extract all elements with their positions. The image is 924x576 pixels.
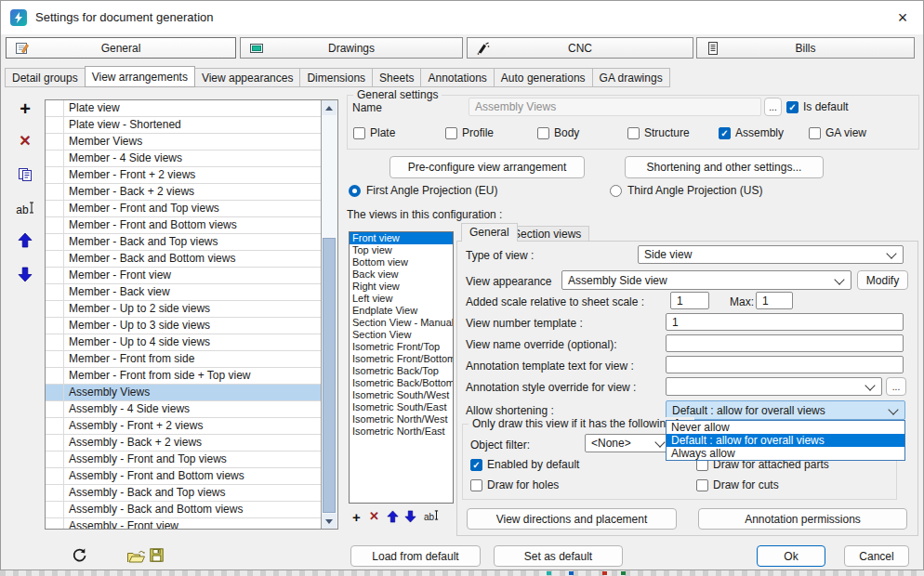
delete-view-icon[interactable]: ✕ — [369, 510, 379, 522]
arrangement-row[interactable]: Assembly Views — [46, 385, 321, 401]
row-selector-cell[interactable] — [46, 251, 64, 267]
row-selector-cell[interactable] — [46, 100, 64, 116]
arrangement-row[interactable]: Member - Front and Top views — [46, 201, 321, 217]
move-up-icon[interactable] — [14, 232, 36, 250]
row-selector-cell[interactable] — [46, 334, 64, 350]
open-file-icon[interactable] — [126, 549, 146, 567]
arrangement-row[interactable]: Assembly - Front view — [46, 518, 321, 529]
preconfigure-button[interactable]: Pre-configure view arrangement — [389, 156, 585, 178]
row-selector-cell[interactable] — [46, 368, 64, 384]
annotation-permissions-button[interactable]: Annotation permissions — [698, 508, 907, 530]
type-checkbox[interactable]: ✓ Body — [537, 126, 579, 139]
view-appearance-select[interactable]: Assembly Side view — [561, 270, 851, 290]
max-scale-input[interactable]: 1 — [756, 292, 793, 309]
arrangement-row[interactable]: Member - Front view — [46, 268, 321, 284]
row-selector-cell[interactable] — [46, 151, 64, 166]
row-selector-cell[interactable] — [46, 401, 64, 417]
view-item[interactable]: Section View - Manual — [350, 317, 453, 329]
projection-radio[interactable]: First Angle Projection (EU) — [349, 184, 497, 197]
projection-radio[interactable]: Third Angle Projection (US) — [610, 184, 762, 197]
view-name-override-input[interactable] — [666, 334, 904, 352]
arrangement-row[interactable]: Member - Front from side — [46, 351, 321, 368]
arrangement-row[interactable]: Member - Back view — [46, 284, 321, 301]
arrangement-row[interactable]: Member - Back + 2 views — [46, 184, 321, 201]
arrangement-row[interactable]: Assembly - 4 Side views — [46, 401, 321, 418]
view-item[interactable]: Top view — [350, 244, 453, 256]
view-item[interactable]: Isometric South/West — [350, 389, 453, 401]
annotation-style-select[interactable] — [666, 377, 882, 396]
scrollbar-thumb[interactable] — [323, 238, 336, 513]
tab-drawings[interactable]: Drawings — [240, 37, 463, 59]
load-from-default-button[interactable]: Load from default — [350, 545, 481, 567]
filter-checkbox[interactable]: ✓ Draw for cuts — [696, 478, 829, 491]
view-item[interactable]: Isometric Back/Top — [350, 365, 453, 377]
dropdown-option[interactable]: Always allow — [667, 447, 904, 460]
tab-cnc[interactable]: CNC — [467, 37, 693, 59]
view-down-icon[interactable] — [404, 510, 416, 525]
view-number-input[interactable]: 1 — [666, 313, 904, 331]
row-selector-cell[interactable] — [46, 167, 64, 183]
sub-tab[interactable]: View arrangements — [85, 66, 195, 87]
added-scale-input[interactable]: 1 — [670, 292, 709, 309]
list-scrollbar[interactable] — [321, 100, 337, 529]
row-selector-cell[interactable] — [46, 268, 64, 283]
ok-button[interactable]: Ok — [757, 545, 825, 567]
filter-checkbox[interactable]: ✓ Draw for holes — [470, 478, 696, 491]
save-file-icon[interactable] — [150, 548, 164, 565]
arrangement-row[interactable]: Plate view — [46, 100, 321, 117]
delete-arrangement-icon[interactable]: ✕ — [14, 134, 36, 149]
sub-tab[interactable]: View appearances — [195, 68, 301, 87]
sub-tab[interactable]: Dimensions — [300, 68, 373, 87]
add-arrangement-icon[interactable]: + — [14, 99, 36, 118]
arrangement-row[interactable]: Member - Back and Bottom views — [46, 251, 321, 268]
type-of-view-select[interactable]: Side view — [638, 245, 904, 264]
type-checkbox[interactable]: ✓ GA view — [809, 126, 866, 139]
view-item[interactable]: Isometric Front/Bottom — [350, 353, 453, 365]
rename-arrangement-icon[interactable]: ab — [14, 202, 36, 216]
dropdown-option[interactable]: Default : allow for overall views — [667, 434, 904, 447]
view-item[interactable]: Isometric Front/Top — [350, 341, 453, 353]
sub-tab[interactable]: Sheets — [373, 68, 421, 87]
view-item[interactable]: Right view — [350, 281, 453, 293]
arrangement-row[interactable]: Member - 4 Side views — [46, 151, 321, 167]
add-view-icon[interactable]: + — [352, 510, 361, 524]
name-input[interactable]: Assembly Views — [469, 98, 761, 116]
filter-checkbox[interactable]: ✓ Enabled by default — [470, 458, 696, 471]
set-as-default-button[interactable]: Set as default — [494, 545, 623, 567]
arrangement-row[interactable]: Assembly - Back + 2 views — [46, 435, 321, 452]
arrangement-row[interactable]: Assembly - Back and Bottom views — [46, 502, 321, 518]
type-checkbox[interactable]: ✓ Plate — [353, 126, 395, 139]
row-selector-cell[interactable] — [46, 502, 64, 517]
modify-button[interactable]: Modify — [857, 270, 908, 290]
arrangement-row[interactable]: Member - Back and Top views — [46, 234, 321, 251]
sub-tab[interactable]: Detail groups — [5, 68, 86, 87]
view-item[interactable]: Front view — [350, 232, 453, 244]
row-selector-cell[interactable] — [46, 435, 64, 451]
row-selector-cell[interactable] — [46, 351, 64, 367]
row-selector-cell[interactable] — [46, 184, 64, 200]
sub-tab[interactable]: Auto generations — [495, 68, 593, 87]
row-selector-cell[interactable] — [46, 284, 64, 300]
view-item[interactable]: Isometric South/East — [350, 401, 453, 413]
row-selector-cell[interactable] — [46, 134, 64, 150]
row-selector-cell[interactable] — [46, 518, 64, 529]
row-selector-cell[interactable] — [46, 301, 64, 317]
arrangement-row[interactable]: Member - Up to 3 side views — [46, 318, 321, 334]
dropdown-option[interactable]: Never allow — [667, 421, 904, 434]
close-icon[interactable]: × — [882, 1, 923, 34]
type-checkbox[interactable]: ✓ Assembly — [719, 126, 784, 139]
sub-tab[interactable]: GA drawings — [593, 68, 670, 87]
annotation-style-browse-button[interactable]: ... — [886, 377, 906, 396]
type-checkbox[interactable]: ✓ Profile — [445, 126, 494, 139]
is-default-checkbox[interactable]: ✓ Is default — [786, 100, 849, 113]
arrangement-row[interactable]: Member - Up to 4 side views — [46, 334, 321, 351]
reload-icon[interactable] — [72, 547, 87, 566]
object-filter-select[interactable]: <None> — [585, 434, 672, 452]
view-item[interactable]: Left view — [350, 293, 453, 305]
row-selector-cell[interactable] — [46, 234, 64, 250]
view-item[interactable]: Isometric Back/Bottom — [350, 377, 453, 389]
copy-arrangement-icon[interactable] — [14, 167, 36, 184]
view-item[interactable]: Back view — [350, 268, 453, 281]
row-selector-cell[interactable] — [46, 201, 64, 216]
annotation-template-input[interactable] — [666, 356, 904, 373]
